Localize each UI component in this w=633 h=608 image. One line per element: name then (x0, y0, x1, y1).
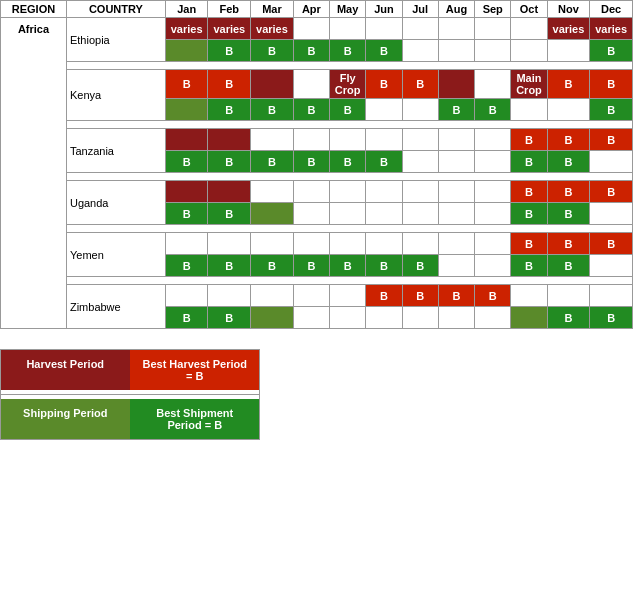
harvest-cell (366, 181, 402, 203)
shipping-cell: B (547, 255, 590, 277)
harvest-cell (293, 70, 329, 99)
harvest-cell (293, 181, 329, 203)
harvest-cell: B (547, 70, 590, 99)
harvest-cell: B (402, 285, 438, 307)
shipping-cell: B (208, 255, 251, 277)
shipping-cell (438, 151, 474, 173)
harvest-cell (475, 181, 511, 203)
shipping-cell (511, 40, 547, 62)
harvest-cell (475, 18, 511, 40)
shipping-cell: B (366, 151, 402, 173)
harvest-cell (208, 285, 251, 307)
harvest-cell: B (475, 285, 511, 307)
shipping-cell: B (590, 99, 633, 121)
month-may: May (330, 1, 366, 18)
month-apr: Apr (293, 1, 329, 18)
shipping-cell (475, 255, 511, 277)
shipping-cell: B (251, 40, 294, 62)
harvest-cell (251, 285, 294, 307)
month-aug: Aug (438, 1, 474, 18)
harvest-cell (511, 285, 547, 307)
harvest-cell (402, 181, 438, 203)
shipping-cell: B (511, 255, 547, 277)
harvest-cell: FlyCrop (330, 70, 366, 99)
shipping-cell: B (330, 40, 366, 62)
month-sep: Sep (475, 1, 511, 18)
harvest-cell (402, 233, 438, 255)
table-row: KenyaBBFlyCropBBMainCropBB (1, 70, 633, 99)
harvest-cell: varies (590, 18, 633, 40)
harvest-cell (330, 233, 366, 255)
shipping-cell (251, 307, 294, 329)
month-mar: Mar (251, 1, 294, 18)
shipping-cell: B (165, 307, 208, 329)
harvest-cell (438, 129, 474, 151)
harvest-cell: B (590, 129, 633, 151)
harvest-cell (366, 129, 402, 151)
table-row: TanzaniaBBB (1, 129, 633, 151)
month-nov: Nov (547, 1, 590, 18)
harvest-cell (251, 70, 294, 99)
shipping-cell (366, 307, 402, 329)
harvest-cell (165, 181, 208, 203)
shipping-cell (330, 203, 366, 225)
harvest-cell (293, 285, 329, 307)
table-row: ZimbabweBBBB (1, 285, 633, 307)
harvest-cell (330, 181, 366, 203)
harvest-cell (165, 285, 208, 307)
harvest-cell (511, 18, 547, 40)
shipping-cell (251, 203, 294, 225)
shipping-cell (511, 99, 547, 121)
table-row: YemenBBB (1, 233, 633, 255)
harvest-cell (330, 285, 366, 307)
country-cell-kenya: Kenya (66, 70, 165, 121)
month-jul: Jul (402, 1, 438, 18)
shipping-cell (165, 99, 208, 121)
shipping-cell (547, 99, 590, 121)
harvest-cell: B (208, 70, 251, 99)
harvest-cell: B (590, 181, 633, 203)
shipping-cell: B (547, 203, 590, 225)
harvest-cell (251, 233, 294, 255)
harvest-cell: B (165, 70, 208, 99)
shipping-cell: B (511, 151, 547, 173)
shipping-cell (475, 151, 511, 173)
shipping-cell: B (366, 255, 402, 277)
shipping-cell: B (293, 99, 329, 121)
spacer-row (1, 225, 633, 233)
harvest-cell (475, 129, 511, 151)
shipping-cell (438, 40, 474, 62)
shipping-cell (366, 99, 402, 121)
harvest-cell: varies (208, 18, 251, 40)
shipping-cell (402, 99, 438, 121)
harvest-cell: MainCrop (511, 70, 547, 99)
shipping-cell: B (208, 40, 251, 62)
harvest-cell (366, 18, 402, 40)
shipping-cell (293, 307, 329, 329)
harvest-cell (330, 18, 366, 40)
spacer-row (1, 277, 633, 285)
shipping-cell (475, 40, 511, 62)
shipping-cell: B (208, 151, 251, 173)
harvest-cell: varies (165, 18, 208, 40)
harvest-cell: B (511, 181, 547, 203)
harvest-cell: B (438, 285, 474, 307)
shipping-cell: B (293, 40, 329, 62)
shipping-cell (402, 151, 438, 173)
shipping-cell (330, 307, 366, 329)
shipping-cell: B (511, 203, 547, 225)
harvest-cell (366, 233, 402, 255)
shipping-cell: B (251, 99, 294, 121)
harvest-cell (293, 18, 329, 40)
region-header: REGION (1, 1, 67, 18)
shipping-cell (590, 151, 633, 173)
shipping-cell: B (547, 151, 590, 173)
harvest-cell (475, 70, 511, 99)
harvest-cell: B (366, 285, 402, 307)
harvest-cell: varies (251, 18, 294, 40)
harvest-cell (330, 129, 366, 151)
harvest-cell (590, 285, 633, 307)
shipping-cell: B (208, 99, 251, 121)
harvest-cell (438, 18, 474, 40)
shipping-cell: B (330, 255, 366, 277)
